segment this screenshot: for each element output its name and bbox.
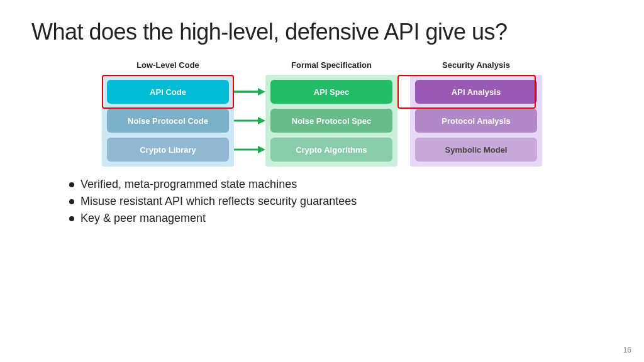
slide-number: 16	[623, 346, 631, 354]
diagram-container: Low-Level Code Formal Specification Secu…	[102, 60, 542, 167]
api-code-box: API Code	[107, 80, 229, 104]
api-spec-box: API Spec	[270, 80, 392, 104]
symbolic-model-box: Symbolic Model	[415, 138, 537, 162]
column-headers: Low-Level Code Formal Specification Secu…	[102, 60, 542, 70]
crypto-algorithms-box: Crypto Algorithms	[270, 138, 392, 162]
bullets-list: Verified, meta-programmed state machines…	[69, 178, 613, 225]
col-header-3: Security Analysis	[410, 60, 542, 70]
crypto-library-box: Crypto Library	[107, 138, 229, 162]
arrows-column	[234, 75, 265, 167]
bullet-text-3: Key & peer management	[80, 212, 206, 225]
diagram-body: API Code Noise Protocol Code Crypto Libr…	[102, 75, 542, 167]
noise-protocol-spec-box: Noise Protocol Spec	[270, 109, 392, 133]
col-header-1: Low-Level Code	[102, 60, 234, 70]
col-1-low-level: API Code Noise Protocol Code Crypto Libr…	[102, 75, 234, 167]
bullet-dot-3	[69, 216, 74, 221]
bullet-dot-1	[69, 182, 74, 187]
svg-marker-1	[258, 88, 265, 96]
svg-marker-6	[258, 146, 265, 153]
noise-protocol-code-box: Noise Protocol Code	[107, 109, 229, 133]
bullet-text-1: Verified, meta-programmed state machines	[80, 178, 297, 191]
gap	[397, 75, 410, 167]
bullet-item-2: Misuse resistant API which reflects secu…	[69, 195, 613, 208]
bullet-item-3: Key & peer management	[69, 212, 613, 225]
col-header-2: Formal Specification	[265, 60, 397, 70]
slide: What does the high-level, defensive API …	[0, 0, 644, 362]
arrow-1	[234, 80, 265, 104]
api-analysis-box: API Analysis	[415, 80, 537, 104]
bullet-dot-2	[69, 199, 74, 204]
arrow-3	[234, 138, 265, 162]
protocol-analysis-box: Protocol Analysis	[415, 109, 537, 133]
svg-marker-4	[258, 117, 265, 124]
bullet-text-2: Misuse resistant API which reflects secu…	[80, 195, 357, 208]
arrow-2	[234, 109, 265, 133]
col-3-security: API Analysis Protocol Analysis Symbolic …	[410, 75, 542, 167]
bullet-item-1: Verified, meta-programmed state machines	[69, 178, 613, 191]
diagram-area: Low-Level Code Formal Specification Secu…	[31, 60, 613, 167]
col-2-formal: API Spec Noise Protocol Spec Crypto Algo…	[265, 75, 397, 167]
slide-title: What does the high-level, defensive API …	[31, 19, 613, 45]
